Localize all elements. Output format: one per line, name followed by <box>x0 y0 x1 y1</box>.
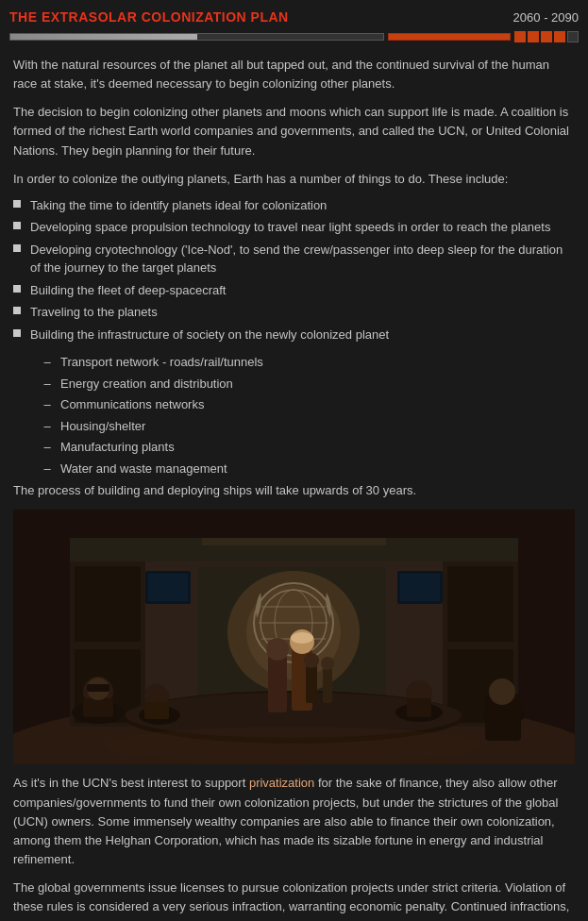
bullet-item-4: Building the fleet of deep-spacecraft <box>13 281 575 300</box>
bullet-square-2 <box>13 222 21 229</box>
bullet-text-6: Building the infrastructure of society o… <box>30 326 389 344</box>
bullet-text-4: Building the fleet of deep-spacecraft <box>30 281 226 300</box>
progress-bar-track <box>9 33 384 41</box>
svg-rect-46 <box>306 665 317 703</box>
bullet-square-6 <box>13 329 21 337</box>
bullet-item-1: Taking the time to identify planets idea… <box>13 196 575 215</box>
svg-rect-29 <box>87 684 109 692</box>
bullet-text-2: Developing space propulsion technology t… <box>30 218 550 237</box>
sub-bullet-text-1: Transport network - roads/rail/tunnels <box>60 353 263 372</box>
bullet-text-5: Traveling to the planets <box>30 303 158 322</box>
progress-square-1 <box>514 31 526 42</box>
bullet-text-3: Developing cryotechnology ('Ice-Nod', to… <box>30 241 575 277</box>
svg-rect-33 <box>268 656 287 712</box>
sub-bullet-text-6: Water and waste management <box>60 460 227 478</box>
progress-bar-fill <box>10 34 197 40</box>
finance-text-before: As it's in the UCN's best interest to su… <box>13 776 249 790</box>
svg-rect-22 <box>400 574 440 601</box>
intro-paragraph-1: With the natural resources of the planet… <box>13 56 575 93</box>
sub-bullet-item-1: – Transport network - roads/rail/tunnels <box>42 353 575 372</box>
svg-point-45 <box>489 678 515 705</box>
main-bullet-list: Taking the time to identify planets idea… <box>13 196 575 344</box>
svg-rect-32 <box>144 702 169 719</box>
progress-square-5 <box>567 31 579 42</box>
bullet-text-1: Taking the time to identify planets idea… <box>30 196 327 215</box>
progress-square-2 <box>528 31 539 42</box>
sub-dash-3: – <box>42 395 53 414</box>
bullet-item-5: Traveling to the planets <box>13 303 575 322</box>
sub-bullet-item-4: – Housing/shelter <box>42 417 575 436</box>
bullet-square-1 <box>13 200 21 208</box>
progress-square-3 <box>541 31 552 42</box>
finance-paragraph: As it's in the UCN's best interest to su… <box>13 774 575 869</box>
sub-bullet-item-3: – Communications networks <box>42 395 575 414</box>
sub-bullet-item-2: – Energy creation and distribution <box>42 375 575 394</box>
sub-dash-6: – <box>42 460 53 478</box>
svg-point-50 <box>105 727 482 764</box>
intro-paragraph-2: The decision to begin colonizing other p… <box>13 103 575 159</box>
sub-bullet-item-5: – Manufacturing plants <box>42 438 575 457</box>
page-title: THE EXTRASOLAR COLONIZATION PLAN <box>9 8 289 27</box>
sub-dash-2: – <box>42 375 53 394</box>
sub-bullet-text-4: Housing/shelter <box>60 417 145 436</box>
svg-rect-8 <box>447 566 513 642</box>
svg-rect-20 <box>148 574 188 601</box>
bullet-item-2: Developing space propulsion technology t… <box>13 218 575 237</box>
bullet-item-6: Building the infrastructure of society o… <box>13 326 575 344</box>
sub-bullet-item-6: – Water and waste management <box>42 460 575 478</box>
sub-bullet-text-2: Energy creation and distribution <box>60 375 233 394</box>
year-range: 2060 - 2090 <box>513 8 579 27</box>
highlight-privatization: privatization <box>249 776 314 790</box>
progress-bar-orange <box>388 33 511 41</box>
sub-bullet-text-3: Communications networks <box>60 395 204 414</box>
progress-square-4 <box>554 31 565 42</box>
scene-image-container <box>13 510 575 764</box>
scene-image <box>13 510 575 764</box>
sub-bullet-text-5: Manufacturing plants <box>60 438 175 457</box>
license-paragraph: The global governments issue licenses to… <box>13 879 575 921</box>
sub-dash-5: – <box>42 438 53 457</box>
intro-paragraph-3: In order to colonize the outlying planet… <box>13 170 575 189</box>
svg-rect-5 <box>75 566 141 642</box>
sub-dash-1: – <box>42 353 53 372</box>
bullet-item-3: Developing cryotechnology ('Ice-Nod', to… <box>13 241 575 277</box>
svg-point-34 <box>266 638 289 661</box>
svg-point-49 <box>321 657 334 670</box>
sub-dash-4: – <box>42 417 53 436</box>
progress-squares <box>514 31 579 42</box>
bullet-square-3 <box>13 244 21 252</box>
sub-bullet-list: – Transport network - roads/rail/tunnels… <box>42 353 575 477</box>
bullet-square-4 <box>13 285 21 293</box>
svg-rect-51 <box>202 538 386 545</box>
svg-rect-40 <box>407 698 431 717</box>
bullet-square-5 <box>13 307 21 314</box>
svg-rect-27 <box>83 698 113 717</box>
svg-rect-48 <box>323 668 332 703</box>
svg-point-47 <box>304 653 319 668</box>
svg-point-37 <box>291 632 313 644</box>
process-paragraph: The process of building and deploying sh… <box>13 481 575 500</box>
